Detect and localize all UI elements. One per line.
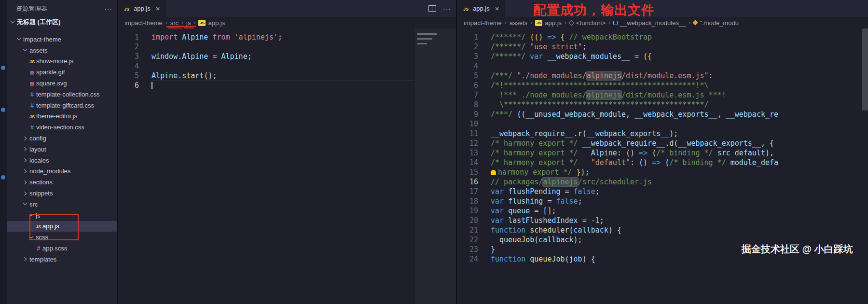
breadcrumb-item[interactable]: __webpack_modules__ xyxy=(613,19,686,27)
workspace-header[interactable]: 无标题 (工作区) xyxy=(7,17,117,28)
folder-assets[interactable]: assets xyxy=(7,45,117,56)
folder-locales[interactable]: locales xyxy=(7,155,117,166)
file-template-giftcard.css[interactable]: template-giftcard.css xyxy=(7,100,117,111)
code-line[interactable]: 2/******/ "use strict"; xyxy=(457,42,861,52)
file-square.svg[interactable]: square.svg xyxy=(7,78,117,89)
line-number: 15 xyxy=(457,167,478,177)
css-file-icon xyxy=(28,91,36,98)
more-actions-icon[interactable]: ··· xyxy=(104,5,112,13)
tree-item-label: app.js xyxy=(42,222,59,230)
tab-appjs-output[interactable]: app.js × xyxy=(457,0,505,17)
code-line[interactable]: 10 xyxy=(457,119,861,129)
close-icon[interactable]: × xyxy=(156,4,160,13)
code-line[interactable]: 6 xyxy=(118,81,414,90)
folder-node_modules[interactable]: node_modules xyxy=(7,166,117,177)
breadcrumb-item[interactable]: JSapp.js xyxy=(535,19,562,27)
code-token: /* harmony export */ xyxy=(491,139,578,148)
file-theme-editor.js[interactable]: theme-editor.js xyxy=(7,111,117,122)
code-token: Alpine xyxy=(152,71,178,80)
code-line[interactable]: 2 xyxy=(118,42,414,52)
scss-file-icon xyxy=(34,245,42,252)
split-editor-icon[interactable] xyxy=(428,5,436,12)
breadcrumb-item[interactable]: impact-theme xyxy=(464,19,502,27)
folder-snippets[interactable]: snippets xyxy=(7,188,117,199)
tab-appjs-source[interactable]: app.js × xyxy=(118,0,165,17)
folder-src[interactable]: src xyxy=(7,199,117,210)
code-line[interactable]: 18var flushing = false; xyxy=(457,196,861,206)
line-number: 9 xyxy=(457,110,478,119)
code-line[interactable]: 13/* harmony export */ Alpine: () => (/*… xyxy=(457,148,861,158)
file-template-collection.css[interactable]: template-collection.css xyxy=(7,89,117,100)
output-code-editor[interactable]: 1/******/ (() => { // webpackBootstrap2/… xyxy=(457,28,861,304)
code-line[interactable]: 15harmony export */ }); xyxy=(457,167,861,177)
breadcrumb-item[interactable]: assets xyxy=(510,19,528,27)
breadcrumb-item[interactable]: "./node_modu xyxy=(693,19,739,27)
file-video-section.css[interactable]: video-section.css xyxy=(7,122,117,133)
code-token: function xyxy=(491,226,525,235)
code-line[interactable]: 20var lastFlushedIndex = -1; xyxy=(457,216,861,225)
tree-item-label: template-giftcard.css xyxy=(36,102,94,109)
folder-templates[interactable]: templates xyxy=(7,254,117,265)
file-app.scss[interactable]: app.scss xyxy=(7,243,117,254)
fn-symbol-icon xyxy=(568,20,575,26)
code-line[interactable]: 11__webpack_require__.r(__webpack_export… xyxy=(457,129,861,138)
folder-sections[interactable]: sections xyxy=(7,177,117,188)
breadcrumb-label: "./node_modu xyxy=(700,19,739,27)
code-line[interactable]: 9/***/ ((__unused_webpack_module, __webp… xyxy=(457,110,861,119)
code-token: import xyxy=(152,33,178,41)
code-line[interactable]: 24function queueJob(job) { xyxy=(457,254,861,264)
code-line[interactable]: 14/* harmony export */ "default": () => … xyxy=(457,158,861,167)
editor-pane-source: app.js × ··· impact-theme›src›js›JSapp.j… xyxy=(118,0,457,304)
code-line[interactable]: 1import Alpine from 'alpinejs'; xyxy=(118,32,414,42)
folder-impact-theme[interactable]: impact-theme xyxy=(7,34,117,45)
line-text xyxy=(491,119,861,129)
code-line[interactable]: 3/******/ var __webpack_modules__ = ({ xyxy=(457,52,861,61)
line-number: 21 xyxy=(457,225,478,235)
code-token: ; xyxy=(278,33,282,41)
code-token xyxy=(726,158,730,167)
breadcrumb-item[interactable]: impact-theme xyxy=(124,19,163,27)
code-line[interactable]: 16// packages/alpinejs/src/scheduler.js xyxy=(457,177,861,187)
code-line[interactable]: 21function scheduler(callback) { xyxy=(457,225,861,235)
file-app.js[interactable]: app.js xyxy=(7,221,117,232)
code-line[interactable]: 17var flushPending = false; xyxy=(457,187,861,196)
code-line[interactable]: 19var queue = []; xyxy=(457,206,861,216)
code-line[interactable]: 7 !*** ./node_modules/alpinejs/dist/modu… xyxy=(457,90,861,100)
folder-config[interactable]: config xyxy=(7,133,117,144)
folder-layout[interactable]: layout xyxy=(7,144,117,155)
code-line[interactable]: 3window.Alpine = Alpine; xyxy=(118,52,414,61)
minimap[interactable] xyxy=(415,28,456,304)
close-icon[interactable]: × xyxy=(495,4,499,13)
code-line[interactable]: 6/*!************************************… xyxy=(457,81,861,90)
line-number: 10 xyxy=(457,119,478,129)
code-line[interactable]: 8 \*************************************… xyxy=(457,100,861,110)
tree-item-label: config xyxy=(29,135,46,142)
file-show-more.js[interactable]: show-more.js xyxy=(7,56,117,67)
breadcrumb-label: app.js xyxy=(545,19,562,27)
activity-badge xyxy=(1,108,5,112)
breadcrumb-item[interactable]: js xyxy=(186,19,191,27)
code-line[interactable]: 4 xyxy=(118,61,414,71)
breadcrumb-item[interactable]: JSapp.js xyxy=(198,19,225,27)
code-line[interactable]: 4 xyxy=(457,61,861,71)
code-line[interactable]: 1/******/ (() => { // webpackBootstrap xyxy=(457,32,861,42)
file-sparkle.gif[interactable]: sparkle.gif xyxy=(7,67,117,78)
editor-actions: ··· xyxy=(428,0,451,17)
source-code-editor[interactable]: 1import Alpine from 'alpinejs';23window.… xyxy=(118,28,414,304)
breadcrumb-item[interactable]: <function> xyxy=(569,19,606,27)
line-number: 20 xyxy=(457,216,478,225)
breadcrumb-item[interactable]: src xyxy=(170,19,179,27)
code-token: callback xyxy=(538,235,573,244)
more-actions-icon[interactable]: ··· xyxy=(443,5,451,13)
code-line[interactable]: 5/***/ "./node_modules/alpinejs/dist/mod… xyxy=(457,71,861,81)
activity-bar[interactable] xyxy=(0,0,7,304)
scrollbar-thumb[interactable] xyxy=(862,28,868,111)
code-token: ({ xyxy=(643,52,652,61)
code-line[interactable]: 12/* harmony export */ __webpack_require… xyxy=(457,138,861,148)
folder-js[interactable]: js xyxy=(7,210,117,221)
folder-scss[interactable]: scss xyxy=(7,232,117,243)
lightbulb-icon[interactable] xyxy=(491,170,496,175)
line-text: function queueJob(job) { xyxy=(491,254,861,264)
breadcrumb-separator: › xyxy=(530,19,532,26)
code-line[interactable]: 5Alpine.start(); xyxy=(118,71,414,81)
